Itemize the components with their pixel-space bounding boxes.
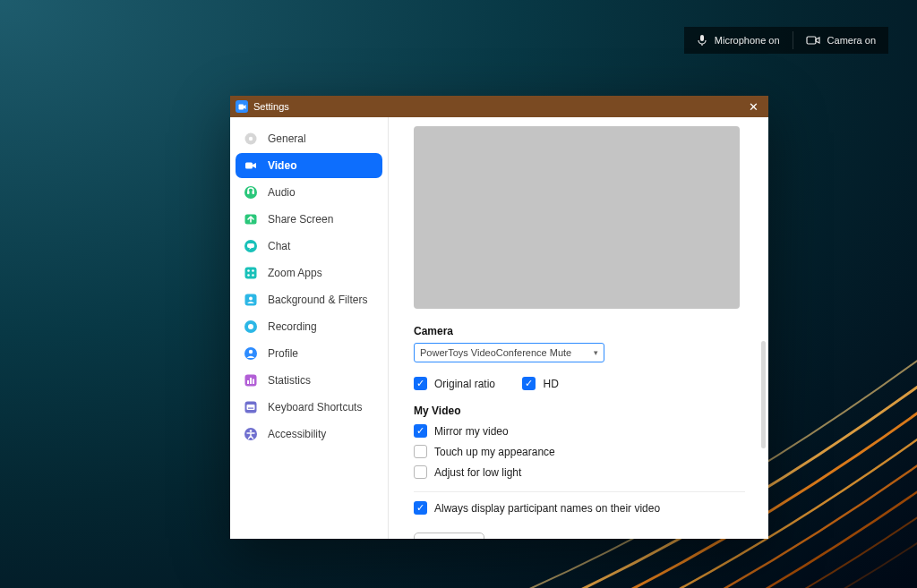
chat-icon	[243, 238, 259, 254]
svg-point-19	[249, 297, 253, 301]
settings-sidebar: GeneralVideoAudioShare ScreenChatZoom Ap…	[230, 117, 389, 539]
advanced-button-label: Advanced	[425, 537, 473, 539]
record-icon	[243, 319, 259, 335]
audio-icon	[243, 184, 259, 200]
svg-point-16	[247, 274, 250, 277]
share-icon	[243, 211, 259, 227]
sidebar-item-recording[interactable]: Recording	[236, 314, 382, 339]
microphone-status-label: Microphone on	[715, 35, 780, 46]
sidebar-item-chat[interactable]: Chat	[236, 234, 382, 259]
sidebar-item-audio[interactable]: Audio	[236, 180, 382, 205]
svg-rect-30	[248, 408, 253, 409]
microphone-icon	[697, 34, 707, 47]
checkbox-checked-icon: ✓	[414, 377, 427, 390]
camera-section-label: Camera	[414, 325, 756, 337]
sidebar-item-general[interactable]: General	[236, 126, 382, 151]
original-ratio-label: Original ratio	[434, 378, 495, 390]
sidebar-item-background-filters[interactable]: Background & Filters	[236, 287, 382, 312]
svg-rect-25	[247, 380, 249, 384]
profile-icon	[243, 345, 259, 362]
checkbox-checked-icon: ✓	[414, 424, 427, 438]
scrollbar[interactable]	[761, 341, 766, 448]
svg-rect-3	[238, 104, 244, 109]
svg-rect-27	[253, 379, 254, 385]
checkbox-unchecked-icon	[414, 465, 427, 479]
svg-rect-8	[247, 191, 250, 194]
gear-icon	[243, 131, 259, 147]
checkbox-checked-icon: ✓	[414, 501, 427, 515]
stats-icon	[243, 372, 259, 388]
hd-option[interactable]: ✓ HD	[522, 377, 558, 390]
hd-label: HD	[543, 378, 558, 390]
sidebar-item-label: Recording	[268, 320, 317, 333]
sidebar-item-label: Zoom Apps	[268, 267, 322, 279]
chevron-down-icon: ▾	[594, 348, 598, 357]
sidebar-item-label: Accessibility	[268, 428, 326, 440]
mirror-video-option[interactable]: ✓ Mirror my video	[414, 424, 756, 438]
sidebar-item-video[interactable]: Video	[236, 153, 382, 178]
sidebar-item-label: Chat	[268, 240, 290, 252]
sidebar-item-zoom-apps[interactable]: Zoom Apps	[236, 260, 382, 285]
app-icon	[236, 100, 248, 113]
svg-point-15	[252, 269, 254, 272]
lowlight-label: Adjust for low light	[434, 466, 521, 479]
original-ratio-option[interactable]: ✓ Original ratio	[414, 377, 495, 390]
svg-point-21	[248, 324, 253, 329]
svg-rect-12	[247, 243, 254, 248]
checkbox-checked-icon: ✓	[522, 377, 536, 390]
display-names-label: Always display participant names on thei…	[434, 502, 660, 515]
svg-point-14	[247, 269, 250, 272]
sidebar-item-label: Profile	[268, 347, 298, 360]
svg-point-32	[250, 430, 253, 432]
sidebar-item-label: Keyboard Shortcuts	[268, 401, 362, 413]
checkbox-unchecked-icon	[414, 445, 427, 458]
touchup-label: Touch up my appearance	[434, 446, 555, 458]
svg-point-5	[249, 137, 253, 141]
sidebar-item-share-screen[interactable]: Share Screen	[236, 207, 382, 232]
advanced-button[interactable]: Advanced	[414, 533, 484, 539]
keyboard-icon	[243, 399, 259, 415]
apps-icon	[243, 265, 259, 281]
mirror-video-label: Mirror my video	[434, 425, 509, 438]
sidebar-item-profile[interactable]: Profile	[236, 341, 382, 366]
camera-status[interactable]: Camera on	[793, 27, 888, 54]
sidebar-item-label: Statistics	[268, 374, 311, 387]
svg-rect-29	[247, 405, 255, 410]
divider	[414, 491, 745, 492]
svg-point-23	[249, 350, 253, 354]
video-preview	[414, 126, 740, 309]
settings-content: Camera PowerToys VideoConference Mute ▾ …	[389, 117, 768, 539]
access-icon	[243, 426, 259, 442]
svg-rect-13	[245, 268, 257, 279]
sidebar-item-label: General	[268, 132, 306, 145]
sidebar-item-label: Audio	[268, 186, 296, 199]
lowlight-option[interactable]: Adjust for low light	[414, 465, 756, 479]
my-video-section-label: My Video	[414, 405, 756, 417]
svg-point-17	[252, 274, 254, 277]
status-indicator-bar: Microphone on Camera on	[684, 27, 888, 54]
sidebar-item-label: Share Screen	[268, 213, 333, 226]
sidebar-item-statistics[interactable]: Statistics	[236, 368, 382, 393]
sidebar-item-label: Video	[268, 159, 296, 172]
bg-icon	[243, 292, 259, 308]
svg-rect-26	[250, 378, 252, 384]
svg-rect-0	[700, 35, 704, 41]
settings-window: Settings ✕ GeneralVideoAudioShare Screen…	[230, 96, 768, 539]
svg-rect-9	[253, 191, 255, 194]
close-button[interactable]: ✕	[743, 100, 763, 114]
video-icon	[243, 158, 259, 174]
sidebar-item-keyboard-shortcuts[interactable]: Keyboard Shortcuts	[236, 395, 382, 420]
sidebar-item-accessibility[interactable]: Accessibility	[236, 422, 382, 447]
display-names-option[interactable]: ✓ Always display participant names on th…	[414, 501, 756, 515]
svg-rect-6	[245, 163, 253, 169]
svg-rect-2	[807, 37, 816, 44]
touchup-option[interactable]: Touch up my appearance	[414, 445, 756, 458]
window-title: Settings	[253, 101, 289, 112]
titlebar[interactable]: Settings ✕	[230, 96, 768, 117]
camera-status-label: Camera on	[827, 35, 876, 46]
camera-icon	[806, 35, 820, 46]
microphone-status[interactable]: Microphone on	[684, 27, 793, 54]
camera-select-value: PowerToys VideoConference Mute	[420, 347, 571, 358]
camera-select[interactable]: PowerToys VideoConference Mute ▾	[414, 343, 604, 362]
sidebar-item-label: Background & Filters	[268, 294, 367, 306]
